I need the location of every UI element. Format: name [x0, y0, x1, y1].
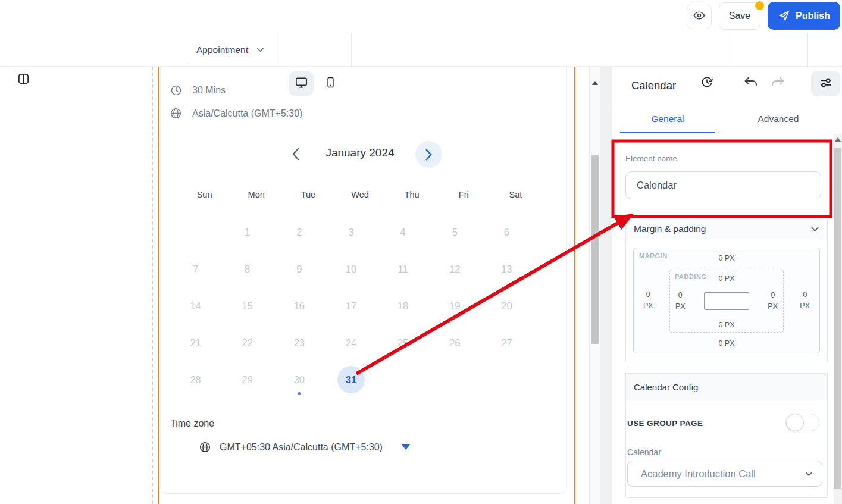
redo-icon — [771, 76, 785, 92]
calendar-day[interactable]: 29 — [234, 366, 261, 393]
calendar-day[interactable]: 25 — [389, 329, 417, 356]
margin-right-value[interactable]: 0 PX — [800, 289, 810, 312]
calendar-day-cell: 23 — [273, 324, 325, 361]
calendar-day[interactable]: 9 — [286, 255, 313, 283]
redo-button[interactable] — [769, 75, 787, 92]
margin-top-value[interactable]: 0 PX — [634, 254, 819, 262]
calendar-day[interactable]: 13 — [493, 255, 520, 283]
calendar-day[interactable]: 18 — [389, 292, 417, 320]
calendar-day[interactable]: 10 — [337, 255, 365, 283]
tab-advanced[interactable]: Advanced — [723, 105, 834, 133]
chevron-down-icon — [256, 47, 264, 52]
toolbar-divider — [280, 33, 280, 66]
scroll-up-arrow-icon[interactable] — [592, 81, 598, 85]
history-clock-icon — [700, 75, 714, 92]
calendar-day-cell: 10 — [325, 251, 377, 287]
desktop-view-button[interactable] — [289, 71, 314, 96]
padding-left-value[interactable]: 0 PX — [675, 290, 686, 312]
calendar-day-cell: 11 — [377, 251, 429, 287]
calendar-day[interactable]: 20 — [493, 292, 520, 320]
toggle-sidebar-button[interactable] — [12, 71, 35, 88]
weekday-header-row: SunMonTueWedThuFriSat — [179, 190, 541, 199]
scroll-up-arrow-icon[interactable] — [835, 137, 841, 142]
calendar-day[interactable]: 14 — [182, 292, 209, 320]
padding-box: PADDING 0 PX 0 PX 0 PX 0 PX — [669, 270, 784, 333]
calendar-day[interactable]: 23 — [286, 329, 313, 356]
calendar-day[interactable]: 28 — [182, 366, 209, 393]
panel-scrollbar[interactable] — [834, 134, 842, 504]
globe-icon — [199, 441, 211, 453]
element-settings-button[interactable] — [811, 71, 840, 96]
use-group-page-toggle[interactable] — [785, 414, 819, 431]
timezone-select-value: GMT+05:30 Asia/Calcutta (GMT+5:30) — [220, 442, 383, 453]
calendar-day-cell: 26 — [429, 324, 481, 361]
calendar-day-cell: 25 — [377, 324, 429, 361]
margin-bottom-value[interactable]: 0 PX — [634, 339, 819, 348]
calendar-config-header: Calendar Config — [626, 374, 827, 400]
meeting-timezone: Asia/Calcutta (GMT+5:30) — [170, 107, 302, 120]
padding-top-value[interactable]: 0 PX — [670, 274, 783, 283]
calendar-day[interactable]: 17 — [337, 292, 365, 320]
prev-month-button[interactable] — [287, 145, 305, 163]
calendar-field-label: Calendar — [627, 447, 661, 457]
undo-button[interactable] — [741, 75, 759, 92]
calendar-day[interactable]: 3 — [337, 218, 365, 246]
scrollbar-thumb[interactable] — [834, 148, 841, 489]
calendar-day — [493, 366, 520, 393]
calendar-day-selected[interactable]: 31 — [337, 366, 365, 393]
undo-icon — [743, 76, 758, 92]
calendar-day-cell: 31 — [325, 361, 377, 398]
calendar-day[interactable]: 6 — [493, 218, 520, 246]
padding-bottom-value[interactable]: 0 PX — [670, 321, 783, 329]
weekday-label: Tue — [282, 190, 334, 199]
calendar-day-cell — [429, 361, 481, 398]
calendar-day[interactable]: 22 — [234, 329, 261, 356]
calendar-day[interactable]: 2 — [286, 218, 313, 246]
calendar-day-cell: 6 — [481, 214, 533, 251]
content-box-input[interactable] — [704, 292, 749, 310]
scrollbar-thumb[interactable] — [591, 155, 599, 344]
calendar-day[interactable]: 5 — [441, 218, 468, 246]
tab-general[interactable]: General — [612, 105, 723, 133]
calendar-day-cell: 13 — [481, 251, 533, 287]
canvas-scrollbar[interactable] — [589, 67, 600, 504]
mobile-view-button[interactable] — [320, 71, 340, 96]
page-selector-dropdown[interactable]: Appointment — [196, 33, 264, 66]
element-name-input[interactable] — [625, 171, 821, 199]
margin-box: MARGIN 0 PX 0 PX 0 PX 0 PX PADDING 0 PX … — [633, 248, 820, 353]
calendar-day[interactable]: 7 — [182, 255, 209, 283]
calendar-day — [441, 366, 468, 393]
calendar-day[interactable]: 8 — [234, 255, 261, 283]
timezone-select[interactable]: GMT+05:30 Asia/Calcutta (GMT+5:30) — [199, 441, 410, 453]
margin-padding-title: Margin & padding — [634, 224, 706, 234]
save-button[interactable]: Save — [719, 2, 760, 30]
calendar-day-cell: 9 — [273, 251, 325, 287]
calendar-day[interactable]: 4 — [389, 218, 417, 246]
calendar-day[interactable]: 27 — [493, 329, 520, 356]
calendar-day[interactable]: 19 — [441, 292, 468, 320]
weekday-label: Wed — [334, 190, 386, 199]
margin-left-value[interactable]: 0 PX — [643, 289, 653, 312]
calendar-day[interactable]: 24 — [337, 329, 365, 356]
calendar-day[interactable]: 12 — [441, 255, 468, 283]
calendar-day[interactable]: 15 — [234, 292, 261, 320]
calendar-day[interactable]: 16 — [286, 292, 313, 320]
panel-tabs: General Advanced — [612, 105, 834, 133]
version-history-button[interactable] — [696, 73, 718, 94]
padding-right-value[interactable]: 0 PX — [768, 290, 778, 312]
calendar-day[interactable]: 21 — [182, 329, 209, 356]
calendar-day[interactable]: 1 — [234, 218, 261, 246]
calendar-day[interactable]: 11 — [389, 255, 417, 283]
timezone-text: Asia/Calcutta (GMT+5:30) — [192, 108, 302, 119]
calendar-day-cell: 27 — [481, 324, 533, 361]
preview-button[interactable] — [687, 4, 712, 29]
margin-padding-header[interactable]: Margin & padding — [626, 218, 827, 240]
calendar-day-cell: 5 — [429, 214, 481, 251]
calendar-select[interactable]: Academy Introduction Call — [627, 461, 822, 487]
publish-button[interactable]: Publish — [768, 2, 840, 30]
calendar-day-cell — [481, 361, 533, 398]
calendar-day-cell: 2 — [273, 214, 325, 251]
next-month-button[interactable] — [415, 141, 442, 168]
calendar-day[interactable]: 26 — [441, 329, 468, 356]
calendar-day[interactable]: 30 — [286, 366, 313, 393]
